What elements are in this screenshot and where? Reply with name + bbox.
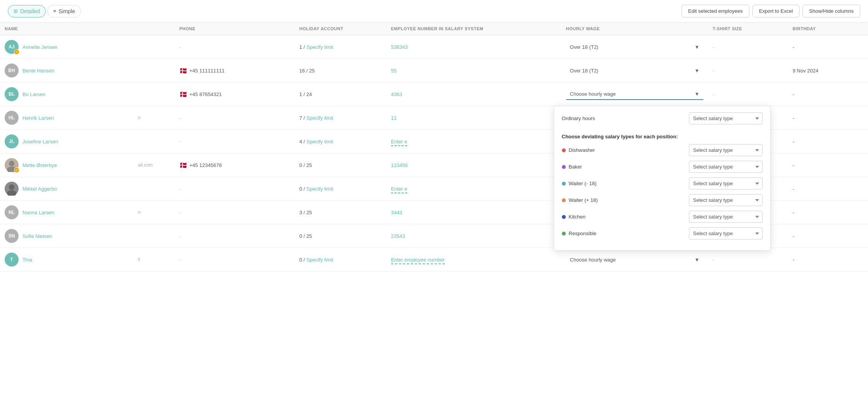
hourly-wage-select[interactable]: Choose hourly wage ▼ — [566, 89, 704, 100]
hourly-wage-select[interactable]: Choose hourly wage ▼ — [566, 255, 704, 265]
specify-limit-link[interactable]: Specify limit — [307, 44, 333, 50]
wage-cell: Choose hourly wage ▼ — [561, 248, 708, 272]
empnum-cell: 23543 — [386, 224, 561, 248]
position-dot — [562, 198, 566, 202]
phone-value: - — [179, 44, 181, 50]
holiday-cell: 7 / Specify limit — [294, 106, 386, 130]
empnum-cell: 3443 — [386, 201, 561, 224]
avatar: SN — [5, 229, 19, 243]
position-salary-type-select[interactable]: Select salary type — [689, 161, 763, 173]
extra-cell — [133, 224, 175, 248]
birthday-cell: - — [788, 130, 868, 153]
employee-number[interactable]: 123456 — [391, 162, 408, 168]
phone-value: - — [179, 139, 181, 145]
holiday-cell: 0 / Specify limit — [294, 248, 386, 272]
position-name: Kitchen — [569, 214, 686, 220]
birthday-cell: - — [788, 177, 868, 201]
person-icon — [5, 182, 19, 196]
enter-employee-number[interactable]: Enter e — [391, 186, 407, 193]
simple-view-button[interactable]: ≡ Simple — [47, 5, 81, 17]
empnum-cell: 55 — [386, 59, 561, 83]
flag-icon: 🇩🇰 — [179, 67, 187, 74]
hourly-wage-select[interactable]: Over 18 (T2) ▼ — [566, 65, 704, 76]
chevron-down-icon: ▼ — [694, 44, 699, 50]
phone-value: - — [179, 233, 181, 239]
edit-employees-button[interactable]: Edit selected employees — [682, 5, 749, 17]
tshirt-value: - — [713, 257, 714, 263]
birthday-value: - — [792, 139, 794, 145]
hourly-wage-select[interactable]: Over 18 (T2) ▼ — [566, 42, 704, 52]
phone-cell: 🇩🇰 +45 111111111 — [175, 59, 295, 83]
employee-number[interactable]: 11 — [391, 115, 396, 121]
col-header-phone: PHONE — [175, 22, 295, 35]
wage-value: Over 18 (T2) — [570, 44, 599, 50]
employee-name[interactable]: Bo Larsen — [22, 91, 45, 97]
empnum-cell: Enter e — [386, 177, 561, 201]
enter-employee-number[interactable]: Enter employee number — [391, 257, 445, 264]
svg-point-0 — [9, 161, 14, 166]
position-salary-type-select[interactable]: Select salary type — [689, 194, 763, 206]
table-row: BL Bo Larsen 🇩🇰 +45 87654321 1 / 24 4363… — [0, 83, 868, 106]
export-excel-button[interactable]: Export to Excel — [753, 5, 799, 17]
position-dot — [562, 215, 566, 219]
employee-name[interactable]: Mette Østerbye — [22, 162, 57, 168]
col-header-holiday: HOLIDAY ACCOUNT — [294, 22, 386, 35]
position-salary-type-select[interactable]: Select salary type — [689, 144, 763, 156]
name-cell: HL Henrik Larsen — [0, 106, 133, 130]
wage-value: Choose hourly wage — [570, 91, 616, 97]
show-hide-columns-button[interactable]: Show/Hide columns — [803, 5, 860, 17]
ordinary-salary-type-select[interactable]: Select salary type — [689, 112, 763, 124]
specify-limit-link[interactable]: Specify limit — [307, 115, 333, 121]
name-cell: BL Bo Larsen — [0, 83, 133, 106]
employee-number[interactable]: 4363 — [391, 91, 402, 97]
employee-number[interactable]: 3443 — [391, 210, 402, 215]
enter-employee-number[interactable]: Enter e — [391, 139, 407, 146]
specify-limit-link[interactable]: Specify limit — [307, 257, 333, 263]
name-cell: AJ ✓ Annette Jensen — [0, 35, 133, 59]
tshirt-cell: - — [708, 248, 788, 272]
holiday-value: 0 / Specify limit — [299, 257, 333, 263]
position-salary-type-select[interactable]: Select salary type — [689, 227, 763, 239]
employee-name[interactable]: Annette Jensen — [22, 44, 57, 50]
birthday-value: 9 Nov 2024 — [792, 68, 818, 74]
birthday-cell: 9 Nov 2024 — [788, 59, 868, 83]
position-salary-type-select[interactable]: Select salary type — [689, 211, 763, 223]
detailed-view-button[interactable]: ⊞ Detailed — [8, 5, 46, 17]
holiday-cell: 1 / 24 — [294, 83, 386, 106]
birthday-cell: - — [788, 35, 868, 59]
ordinary-hours-row: Ordinary hours Select salary type — [562, 112, 763, 128]
employee-name[interactable]: Tina — [22, 257, 32, 263]
position-salary-type-select[interactable]: Select salary type — [689, 177, 763, 189]
birthday-cell: - — [788, 201, 868, 224]
position-name: Dishwasher — [569, 147, 686, 153]
employee-name[interactable]: Mikkel Aggerbo — [22, 186, 57, 192]
specify-limit-link[interactable]: Specify limit — [307, 186, 333, 192]
birthday-value: - — [792, 162, 794, 168]
birthday-value: - — [792, 115, 794, 121]
phone-cell: - — [175, 201, 295, 224]
extra-cell — [133, 35, 175, 59]
name-cell: BH Bente Hansen — [0, 59, 133, 83]
name-cell: SN Sofie Nielsen — [0, 224, 133, 248]
tshirt-value: - — [713, 44, 714, 50]
wage-value: Choose hourly wage — [570, 257, 616, 263]
employee-name[interactable]: Josefine Larsen — [22, 139, 58, 145]
specify-limit-link[interactable]: Specify limit — [307, 139, 333, 145]
chevron-down-icon: ▼ — [694, 257, 699, 263]
tshirt-cell: - — [708, 35, 788, 59]
name-cell: Mikkel Aggerbo — [0, 177, 133, 201]
holiday-value: 0 / 25 — [299, 233, 312, 239]
employee-name[interactable]: Nanna Larsen — [22, 210, 54, 215]
birthday-value: - — [792, 257, 794, 263]
employee-name[interactable]: Bente Hansen — [22, 68, 54, 74]
table-row: AJ ✓ Annette Jensen - 1 / Specify limit … — [0, 35, 868, 59]
employee-name[interactable]: Henrik Larsen — [22, 115, 54, 121]
birthday-value: - — [792, 210, 794, 215]
employee-number[interactable]: 23543 — [391, 233, 405, 239]
holiday-value: 16 / 25 — [299, 68, 315, 74]
extra-cell: ail.com — [133, 153, 175, 177]
employee-number[interactable]: 536343 — [391, 44, 408, 50]
employee-number[interactable]: 55 — [391, 68, 396, 74]
holiday-cell: 16 / 25 — [294, 59, 386, 83]
employee-name[interactable]: Sofie Nielsen — [22, 233, 52, 239]
